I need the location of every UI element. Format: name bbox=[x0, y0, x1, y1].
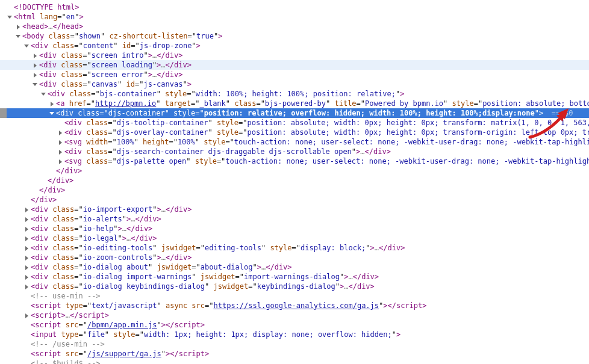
djs-child[interactable]: <svg class="djs-palette open" style="tou… bbox=[0, 156, 589, 166]
expand-toggle[interactable] bbox=[24, 255, 30, 261]
expand-toggle[interactable] bbox=[24, 236, 30, 242]
screen-div[interactable]: <div class="screen intro">…</div> bbox=[0, 51, 589, 60]
expand-toggle[interactable] bbox=[49, 111, 55, 117]
expand-toggle[interactable] bbox=[16, 24, 22, 30]
io-block[interactable]: <div class="io-legal">…</div> bbox=[0, 233, 589, 243]
screen-div[interactable]: <div class="screen loading">…</div> bbox=[0, 60, 589, 70]
expand-toggle[interactable] bbox=[24, 284, 30, 290]
expand-toggle[interactable] bbox=[33, 53, 39, 59]
expand-toggle[interactable] bbox=[24, 43, 30, 49]
close-tag[interactable]: </div> bbox=[0, 166, 589, 176]
djs-child[interactable]: <svg width="100%" height="100%" style="t… bbox=[0, 137, 589, 147]
expand-toggle[interactable] bbox=[41, 91, 47, 97]
script-tag[interactable]: <script type="text/javascript" async src… bbox=[0, 301, 589, 310]
expand-toggle[interactable] bbox=[58, 140, 64, 146]
bpmn-link[interactable]: <a href="http://bpmn.io" target="_blank"… bbox=[0, 99, 589, 108]
comment[interactable]: <!-- use-min --> bbox=[0, 291, 589, 301]
expand-toggle[interactable] bbox=[24, 313, 30, 319]
script-tag[interactable]: <script>…</script> bbox=[0, 310, 589, 320]
expand-toggle[interactable] bbox=[24, 217, 30, 223]
expand-toggle[interactable] bbox=[33, 63, 39, 69]
expand-toggle[interactable] bbox=[58, 159, 64, 165]
expand-toggle[interactable] bbox=[58, 149, 64, 155]
expand-toggle[interactable] bbox=[49, 101, 55, 107]
io-block[interactable]: <div class="io-zoom-controls">…</div> bbox=[0, 253, 589, 262]
doctype[interactable]: <!DOCTYPE html> bbox=[0, 2, 589, 12]
input-tag[interactable]: <input type="file" style="width: 1px; he… bbox=[0, 330, 589, 339]
io-block[interactable]: <div class="io-editing-tools" jswidget="… bbox=[0, 243, 589, 253]
djs-container-selected[interactable]: <div class="djs-container" style="positi… bbox=[0, 108, 589, 118]
screen-div[interactable]: <div class="screen error">…</div> bbox=[0, 70, 589, 79]
io-block[interactable]: <div class="io-alerts">…</div> bbox=[0, 214, 589, 224]
expand-toggle[interactable] bbox=[24, 245, 30, 251]
close-tag[interactable]: </div> bbox=[0, 185, 589, 195]
io-block[interactable]: <div class="io-help">…</div> bbox=[0, 224, 589, 233]
djs-child[interactable]: <div class="djs-search-container djs-dra… bbox=[0, 147, 589, 156]
djs-child[interactable]: <div class="djs-overlay-container" style… bbox=[0, 128, 589, 137]
bjs-container[interactable]: <div class="bjs-container" style="width:… bbox=[0, 89, 589, 99]
io-block[interactable]: <div class="io-dialog import-warnings" j… bbox=[0, 272, 589, 282]
expand-toggle[interactable] bbox=[16, 34, 22, 40]
script-tag[interactable]: <script src="/js/support/ga.js"></script… bbox=[0, 349, 589, 359]
body-open[interactable]: <body class="shown" cz-shortcut-listen="… bbox=[0, 31, 589, 41]
comment[interactable]: <!-- $build$ --> bbox=[0, 359, 589, 364]
expand-toggle[interactable] bbox=[33, 82, 39, 88]
expand-toggle[interactable] bbox=[7, 14, 13, 20]
io-block[interactable]: <div class="io-dialog keybindings-dialog… bbox=[0, 282, 589, 291]
content-div[interactable]: <div class="content" id="js-drop-zone"> bbox=[0, 41, 589, 51]
io-block[interactable]: <div class="io-import-export">…</div> bbox=[0, 205, 589, 214]
expand-toggle[interactable] bbox=[58, 130, 64, 136]
html-open[interactable]: <html lang="en"> bbox=[0, 12, 589, 22]
comment[interactable]: <!-- /use-min --> bbox=[0, 339, 589, 349]
close-tag[interactable]: </div> bbox=[0, 176, 589, 185]
expand-toggle[interactable] bbox=[24, 274, 30, 280]
expand-toggle[interactable] bbox=[33, 72, 39, 78]
expand-toggle[interactable] bbox=[24, 226, 30, 232]
expand-toggle[interactable] bbox=[24, 207, 30, 213]
io-block[interactable]: <div class="io-dialog about" jswidget="a… bbox=[0, 262, 589, 272]
expand-toggle[interactable] bbox=[24, 265, 30, 271]
dom-tree[interactable]: <!DOCTYPE html><html lang="en"><head>…</… bbox=[0, 0, 589, 364]
head[interactable]: <head>…</head> bbox=[0, 22, 589, 31]
canvas-div[interactable]: <div class="canvas" id="js-canvas"> bbox=[0, 79, 589, 89]
script-tag[interactable]: <script src="/bpmn/app.min.js"></script> bbox=[0, 320, 589, 330]
close-tag[interactable]: </div> bbox=[0, 195, 589, 205]
djs-child[interactable]: <div class="djs-tooltip-container" style… bbox=[0, 118, 589, 128]
